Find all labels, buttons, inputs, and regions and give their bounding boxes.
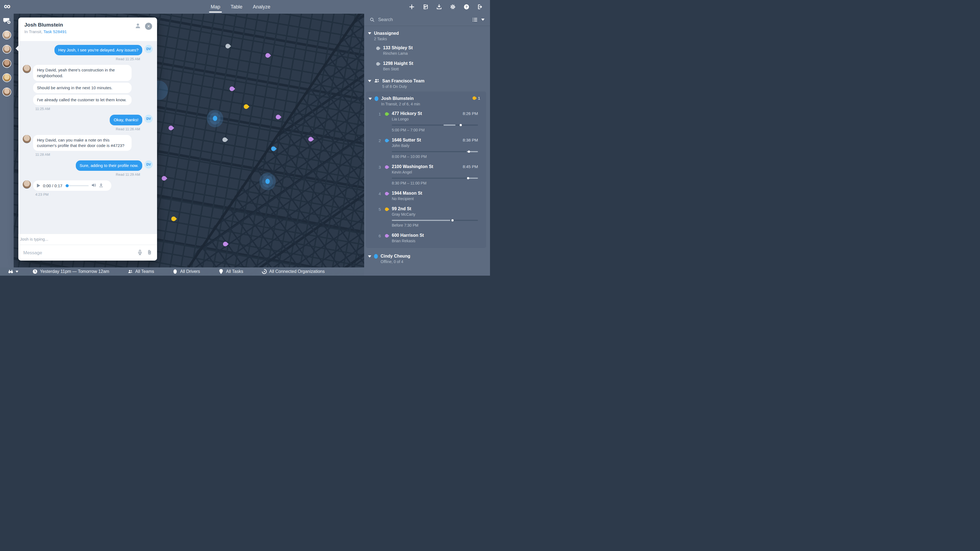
task-row[interactable]: 1 477 Hickory St 8:26 PM Lia Longo 5:00 … <box>368 108 484 135</box>
driver-avatar-2[interactable] <box>0 42 14 56</box>
caret-down-icon[interactable] <box>369 98 372 100</box>
tab-table[interactable]: Table <box>231 0 242 14</box>
team-icon <box>374 78 379 84</box>
filter-driver-oval[interactable]: All Drivers <box>173 269 200 274</box>
settings-gear-icon[interactable] <box>450 3 456 10</box>
task-address: 1646 Sutter St <box>392 138 421 143</box>
microphone-icon[interactable] <box>137 250 143 256</box>
task-progress-bar <box>392 178 478 179</box>
task-time-window: 5:00 PM – 7:00 PM <box>392 128 478 132</box>
import-icon[interactable] <box>422 3 429 10</box>
chat-avatar-list <box>0 28 14 99</box>
task-progress-bar <box>392 151 478 152</box>
task-eta: 8:26 PM <box>463 111 478 116</box>
task-time-window: Before 7:30 PM <box>392 223 478 228</box>
group-header-team[interactable]: San Francisco Team 5 of 8 On Duty <box>364 74 490 90</box>
caret-down-icon[interactable] <box>481 19 485 21</box>
message-bubble: I've already called the customer to let … <box>33 95 132 105</box>
task-recipient: Kevin Angel <box>392 170 412 174</box>
chat-header: Josh Blumstein In Transit, Task 528491 ✕ <box>18 18 157 41</box>
list-view-icon[interactable] <box>473 17 477 22</box>
message-bubble: Hey David, yeah there's construction in … <box>33 65 132 81</box>
task-recipient: Ben Stott <box>383 67 399 71</box>
tab-map[interactable]: Map <box>211 0 220 14</box>
driver-task-badge: 1 <box>473 96 480 100</box>
message-bubble: Okay, thanks! <box>110 115 142 125</box>
task-recipient: Brian Rekasis <box>392 239 415 243</box>
infinity-logo[interactable]: ∞ <box>4 1 10 11</box>
caret-down-icon[interactable] <box>368 32 371 35</box>
task-row[interactable]: 3 2100 Washington St 8:45 PM Kevin Angel… <box>368 161 484 188</box>
filter-label: All Tasks <box>226 269 243 274</box>
filter-task-pin[interactable]: All Tasks <box>219 269 243 274</box>
play-icon[interactable] <box>37 184 40 188</box>
new-chat-icon[interactable] <box>0 14 14 28</box>
message-timestamp: 11:25 AM <box>35 107 153 111</box>
tab-analyze[interactable]: Analyze <box>253 0 270 14</box>
message-input[interactable] <box>23 250 137 256</box>
paperclip-icon[interactable] <box>147 250 152 256</box>
task-sequence-number: 1 <box>378 111 382 132</box>
filter-clock[interactable]: Yesterday 11pm — Tomorrow 12am <box>33 269 109 274</box>
contact-avatar <box>23 180 31 189</box>
filter-connected-orgs[interactable]: All Connected Organizations <box>262 269 325 274</box>
help-icon[interactable]: ? <box>463 3 470 10</box>
audio-time: 0:00 / 0:17 <box>43 183 62 188</box>
task-pin-icon <box>384 233 389 238</box>
task-row[interactable]: 6 600 Harrison St Brian Rekasis <box>368 230 484 246</box>
task-recipient: John Baily <box>392 143 410 148</box>
task-link[interactable]: Task 528491 <box>43 29 67 34</box>
task-pin-icon <box>375 46 380 51</box>
driver-avatar-1[interactable] <box>0 28 14 42</box>
sidebar-search-row <box>364 14 490 26</box>
task-recipient: No Recipient <box>392 196 414 201</box>
driver-avatar-3[interactable] <box>0 56 14 71</box>
contact-profile-icon[interactable] <box>135 22 141 30</box>
top-action-icons: ? <box>409 0 484 14</box>
task-row[interactable]: 133 Shipley St Rinchen Lama <box>364 43 490 58</box>
audio-scrubber[interactable] <box>65 185 89 186</box>
driver-avatar-4[interactable] <box>0 71 14 85</box>
chat-status-text: In Transit, <box>24 29 42 34</box>
map-driver-dot[interactable] <box>213 116 217 121</box>
task-progress-bar <box>392 220 478 221</box>
driver-row[interactable]: Cindy Cheung Offline, 0 of 4 <box>364 250 490 266</box>
outgoing-message: Okay, thanks!DV <box>23 115 153 125</box>
avatar <box>2 45 11 54</box>
task-pin-icon <box>384 111 389 116</box>
download-icon[interactable] <box>436 3 442 10</box>
chat-message-list[interactable]: Hey Josh, I see you're delayed. Any issu… <box>18 41 157 234</box>
driver-avatar-5[interactable] <box>0 85 14 99</box>
map-driver-dot[interactable] <box>266 179 270 184</box>
task-recipient: Lia Longo <box>392 117 409 121</box>
caret-down-icon[interactable] <box>368 255 371 258</box>
task-pin-icon <box>384 164 389 169</box>
caret-down-icon <box>16 271 18 272</box>
driver-status-dot <box>374 254 378 259</box>
filter-binoculars[interactable] <box>8 269 18 274</box>
task-group-list[interactable]: Unassigned 2 Tasks 133 Shipley St Rinche… <box>364 26 490 276</box>
task-row[interactable]: 1298 Haight St Ben Stott <box>364 58 490 74</box>
speaker-icon[interactable] <box>91 183 96 188</box>
close-icon[interactable]: ✕ <box>145 23 152 30</box>
task-row[interactable]: 2 1646 Sutter St 8:38 PM John Baily 8:00… <box>368 135 484 161</box>
task-pin-icon <box>384 138 389 143</box>
group-header-unassigned[interactable]: Unassigned 2 Tasks <box>364 26 490 43</box>
logout-icon[interactable] <box>477 3 484 10</box>
message-timestamp: 4:23 PM <box>35 193 153 196</box>
contact-avatar <box>23 65 31 73</box>
filter-teams[interactable]: All Teams <box>128 269 154 274</box>
add-icon[interactable] <box>409 3 415 10</box>
task-row[interactable]: 5 99 2nd St Gray McCarty Before 7:30 PM <box>368 204 484 230</box>
teams-icon <box>128 269 133 274</box>
driver-row[interactable]: Josh Blumstein In Transit, 2 of 6, 4 min… <box>368 92 484 108</box>
filter-label: All Teams <box>135 269 154 274</box>
task-sidebar: Unassigned 2 Tasks 133 Shipley St Rinche… <box>364 14 490 276</box>
task-sequence-number: 3 <box>378 164 382 185</box>
group-subtitle: 2 Tasks <box>374 37 399 41</box>
chat-panel: Josh Blumstein In Transit, Task 528491 ✕… <box>18 18 157 261</box>
search-input[interactable] <box>378 17 473 22</box>
task-row[interactable]: 4 1944 Mason St No Recipient <box>368 188 484 204</box>
download-audio-icon[interactable] <box>99 183 103 188</box>
caret-down-icon[interactable] <box>368 80 371 82</box>
